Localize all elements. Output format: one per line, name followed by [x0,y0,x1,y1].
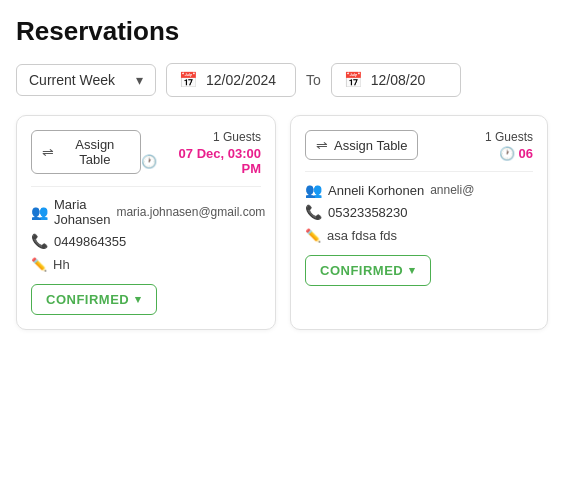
filters-row: Current Week ▾ 📅 12/02/2024 To 📅 12/08/2… [16,63,548,97]
note-icon-2: ✏️ [305,228,321,243]
date-from-input[interactable]: 📅 12/02/2024 [166,63,296,97]
page-title: Reservations [16,16,548,47]
date-from-value: 12/02/2024 [206,72,276,88]
person-icon-1: 👥 [31,204,48,220]
contact-email-1: maria.johnasen@gmail.com [116,205,265,219]
reservation-card-2: ⇌ Assign Table 1 Guests 🕐 06 👥 Anneli Ko… [290,115,548,330]
status-label-1: CONFIRMED [46,292,129,307]
date-to-input[interactable]: 📅 12/08/20 [331,63,461,97]
reservation-card-1: ⇌ Assign Table 1 Guests 🕐 07 Dec, 03:00 … [16,115,276,330]
table-icon-1: ⇌ [42,144,54,160]
status-button-2[interactable]: CONFIRMED ▾ [305,255,431,286]
datetime-value-1: 07 Dec, 03:00 PM [161,146,261,176]
assign-label-1: Assign Table [60,137,130,167]
guests-count-1: 1 Guests [141,130,261,144]
card-top-1: ⇌ Assign Table 1 Guests 🕐 07 Dec, 03:00 … [31,130,261,176]
phone-icon-2: 📞 [305,204,322,220]
datetime-2: 🕐 06 [485,146,533,161]
card-top-2: ⇌ Assign Table 1 Guests 🕐 06 [305,130,533,161]
contact-name-2: Anneli Korhonen [328,183,424,198]
to-label: To [306,72,321,88]
chevron-down-icon: ▾ [136,72,143,88]
note-row-1: ✏️ Hh [31,257,261,272]
phone-value-2: 05323358230 [328,205,408,220]
note-icon-1: ✏️ [31,257,47,272]
datetime-value-2: 06 [519,146,533,161]
phone-value-1: 0449864355 [54,234,126,249]
status-button-1[interactable]: CONFIRMED ▾ [31,284,157,315]
guests-count-2: 1 Guests [485,130,533,144]
contact-email-2: anneli@ [430,183,474,197]
status-chevron-icon-1: ▾ [135,293,142,306]
phone-row-2: 📞 05323358230 [305,204,533,220]
note-text-1: Hh [53,257,70,272]
date-to-value: 12/08/20 [371,72,426,88]
cards-row: ⇌ Assign Table 1 Guests 🕐 07 Dec, 03:00 … [16,115,548,330]
calendar-icon: 📅 [179,71,198,89]
contact-name-row-2: 👥 Anneli Korhonen anneli@ [305,182,533,198]
divider-1 [31,186,261,187]
week-select-label: Current Week [29,72,115,88]
assign-label-2: Assign Table [334,138,407,153]
week-select[interactable]: Current Week ▾ [16,64,156,96]
card-meta-2: 1 Guests 🕐 06 [485,130,533,161]
calendar-icon-to: 📅 [344,71,363,89]
clock-icon-2: 🕐 [499,146,515,161]
clock-icon-1: 🕐 [141,154,157,169]
person-icon-2: 👥 [305,182,322,198]
phone-row-1: 📞 0449864355 [31,233,261,249]
table-icon-2: ⇌ [316,137,328,153]
note-text-2: asa fdsa fds [327,228,397,243]
datetime-1: 🕐 07 Dec, 03:00 PM [141,146,261,176]
divider-2 [305,171,533,172]
status-chevron-icon-2: ▾ [409,264,416,277]
note-row-2: ✏️ asa fdsa fds [305,228,533,243]
contact-name-row-1: 👥 Maria Johansen maria.johnasen@gmail.co… [31,197,261,227]
assign-table-button-2[interactable]: ⇌ Assign Table [305,130,418,160]
assign-table-button-1[interactable]: ⇌ Assign Table [31,130,141,174]
phone-icon-1: 📞 [31,233,48,249]
contact-name-1: Maria Johansen [54,197,110,227]
status-label-2: CONFIRMED [320,263,403,278]
card-meta-1: 1 Guests 🕐 07 Dec, 03:00 PM [141,130,261,176]
